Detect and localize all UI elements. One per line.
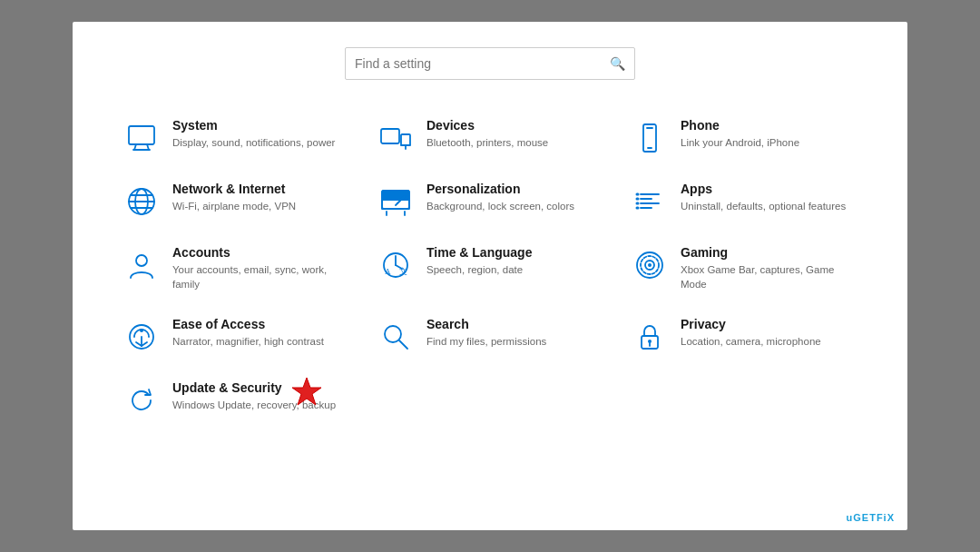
svg-rect-4	[381, 129, 399, 143]
system-desc: Display, sound, notifications, power	[172, 135, 335, 150]
settings-item-privacy[interactable]: Privacy Location, camera, microphone	[617, 304, 871, 368]
settings-item-network[interactable]: Network & Internet Wi-Fi, airplane mode,…	[109, 169, 363, 232]
settings-item-search[interactable]: Search Find my files, permissions	[363, 304, 617, 368]
search-bar[interactable]: 🔍	[345, 47, 635, 80]
devices-text: Devices Bluetooth, printers, mouse	[426, 118, 548, 150]
apps-icon	[632, 183, 668, 220]
search-icon: 🔍	[610, 56, 625, 71]
svg-line-48	[399, 340, 407, 349]
svg-point-46	[140, 329, 143, 332]
gaming-label: Gaming	[681, 245, 857, 260]
phone-text: Phone Link your Android, iPhone	[681, 118, 799, 150]
search-label: Search	[426, 317, 546, 331]
update-desc: Windows Update, recovery, backup	[172, 398, 336, 412]
devices-label: Devices	[426, 118, 548, 133]
privacy-desc: Location, camera, microphone	[681, 334, 821, 349]
phone-label: Phone	[681, 118, 799, 133]
privacy-label: Privacy	[681, 317, 821, 331]
system-label: System	[172, 118, 335, 133]
network-text: Network & Internet Wi-Fi, airplane mode,…	[172, 182, 296, 213]
update-text: Update & Security Windows Update, recove…	[172, 380, 336, 412]
accounts-label: Accounts	[172, 245, 348, 260]
settings-item-accounts[interactable]: Accounts Your accounts, email, sync, wor…	[109, 232, 363, 304]
personalization-label: Personalization	[426, 182, 574, 196]
settings-window: 🔍 System Display, sound, notifications, …	[73, 22, 907, 530]
phone-icon	[632, 120, 668, 156]
settings-item-devices[interactable]: Devices Bluetooth, printers, mouse	[363, 105, 617, 169]
system-text: System Display, sound, notifications, po…	[172, 118, 335, 150]
svg-point-47	[385, 326, 401, 342]
ease-icon	[123, 319, 160, 355]
time-desc: Speech, region, date	[426, 262, 532, 277]
svg-line-23	[396, 203, 397, 205]
svg-text:文: 文	[399, 267, 407, 276]
ease-text: Ease of Access Narrator, magnifier, high…	[172, 317, 324, 349]
svg-point-32	[136, 255, 147, 266]
time-label: Time & Language	[426, 245, 532, 260]
search-input[interactable]	[355, 56, 610, 71]
time-text: Time & Language Speech, region, date	[426, 245, 532, 277]
accounts-desc: Your accounts, email, sync, work, family	[172, 262, 348, 291]
devices-desc: Bluetooth, printers, mouse	[426, 135, 548, 150]
ease-label: Ease of Access	[172, 317, 324, 331]
settings-grid: System Display, sound, notifications, po…	[109, 105, 871, 431]
accounts-icon	[123, 247, 160, 283]
privacy-icon	[632, 319, 668, 355]
network-icon	[123, 183, 160, 220]
svg-text:A: A	[385, 267, 391, 276]
settings-item-personalization[interactable]: Personalization Background, lock screen,…	[363, 169, 617, 232]
settings-item-phone[interactable]: Phone Link your Android, iPhone	[617, 105, 871, 169]
update-label: Update & Security	[172, 380, 336, 395]
network-desc: Wi-Fi, airplane mode, VPN	[172, 199, 296, 213]
personalization-desc: Background, lock screen, colors	[426, 199, 574, 213]
svg-rect-5	[401, 134, 410, 145]
svg-point-41	[648, 263, 652, 267]
gaming-text: Gaming Xbox Game Bar, captures, Game Mod…	[681, 245, 857, 291]
ease-desc: Narrator, magnifier, high contrast	[172, 334, 324, 349]
watermark: uGETFiX	[847, 512, 895, 523]
settings-item-time[interactable]: A 文 Time & Language Speech, region, date	[363, 232, 617, 304]
settings-item-gaming[interactable]: Gaming Xbox Game Bar, captures, Game Mod…	[617, 232, 871, 304]
network-label: Network & Internet	[172, 182, 296, 196]
apps-text: Apps Uninstall, defaults, optional featu…	[681, 182, 846, 213]
personalization-icon	[377, 183, 414, 220]
time-icon: A 文	[377, 247, 414, 283]
gaming-desc: Xbox Game Bar, captures, Game Mode	[681, 262, 857, 291]
apps-desc: Uninstall, defaults, optional features	[681, 199, 846, 213]
apps-label: Apps	[681, 182, 846, 196]
devices-icon	[377, 120, 414, 156]
svg-rect-18	[382, 191, 409, 200]
settings-item-update[interactable]: Update & Security Windows Update, recove…	[109, 368, 363, 431]
accounts-text: Accounts Your accounts, email, sync, wor…	[172, 245, 348, 291]
search-setting-icon	[377, 319, 414, 355]
settings-item-apps[interactable]: Apps Uninstall, defaults, optional featu…	[617, 169, 871, 232]
search-desc: Find my files, permissions	[426, 334, 546, 349]
gaming-icon	[632, 247, 668, 283]
phone-desc: Link your Android, iPhone	[681, 135, 799, 150]
personalization-text: Personalization Background, lock screen,…	[426, 182, 574, 213]
update-icon	[123, 382, 160, 419]
system-icon	[123, 120, 160, 156]
svg-rect-0	[129, 126, 154, 144]
settings-item-ease[interactable]: Ease of Access Narrator, magnifier, high…	[109, 304, 363, 368]
settings-item-system[interactable]: System Display, sound, notifications, po…	[109, 105, 363, 169]
privacy-text: Privacy Location, camera, microphone	[681, 317, 821, 349]
search-text: Search Find my files, permissions	[426, 317, 546, 349]
